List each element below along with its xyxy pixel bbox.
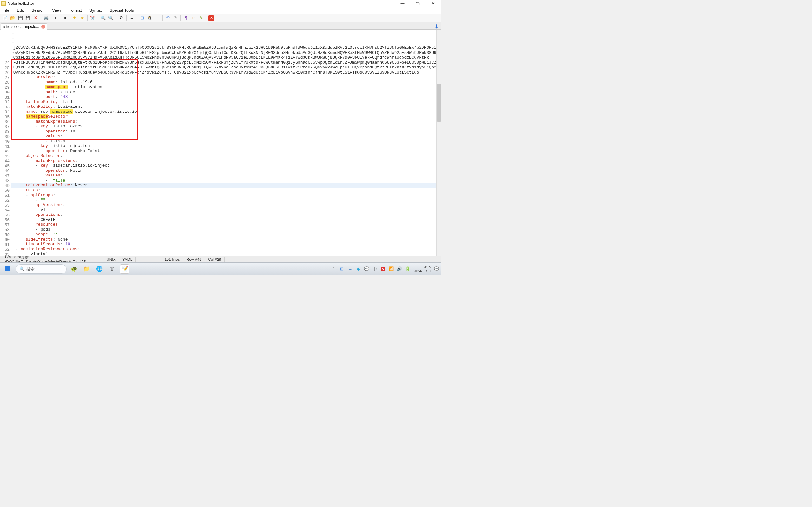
- tab-label: istio-sidecar-injecto...: [3, 24, 39, 29]
- scrollbar-thumb[interactable]: [437, 83, 441, 122]
- tray-battery-icon[interactable]: 🔋: [405, 267, 410, 272]
- open-file-icon[interactable]: 📂: [9, 15, 16, 21]
- taskbar-search[interactable]: 🔍 搜索: [16, 264, 67, 274]
- system-tray: ˄ ⊞ ☁ ◆ 💬 中 S 📶 🔊 🔋 10:18 2024/11/19 💬: [331, 265, 439, 273]
- bookmark-next-icon[interactable]: ★: [79, 15, 85, 21]
- status-bar: C:\Users\黄泰\DOCUME~1\MobaXterm\slash\Rem…: [0, 256, 441, 262]
- status-col: Col #28: [205, 257, 224, 262]
- wrap-icon[interactable]: ↩: [190, 15, 197, 21]
- menu-view[interactable]: View: [52, 8, 61, 13]
- find-replace-icon[interactable]: 🔍: [107, 15, 114, 21]
- tab-close-icon[interactable]: ✕: [41, 25, 45, 29]
- tray-ime-indicator[interactable]: S: [380, 267, 386, 271]
- status-lines: 101 lines: [161, 257, 183, 262]
- window-maximize-button[interactable]: ▢: [413, 1, 422, 6]
- vertical-scrollbar[interactable]: [437, 30, 441, 256]
- tray-clock[interactable]: 10:18 2024/11/19: [413, 265, 431, 273]
- taskbar-explorer-icon[interactable]: 📁: [82, 264, 91, 274]
- taskbar-mobatexteditor-icon[interactable]: 📝: [120, 264, 130, 274]
- menu-bar: File Edit Search View Format Syntax Spec…: [0, 7, 441, 14]
- editor[interactable]: 2425262728293031323334353637383940414243…: [0, 30, 441, 256]
- line-number-gutter: 2425262728293031323334353637383940414243…: [0, 30, 11, 256]
- new-file-icon[interactable]: 📄: [2, 15, 8, 21]
- tab-istio-sidecar[interactable]: istio-sidecar-injecto... ✕: [1, 23, 47, 30]
- window-close-button[interactable]: ✕: [428, 1, 438, 6]
- diff-icon[interactable]: ≡: [129, 15, 135, 21]
- status-eol: UNIX: [103, 257, 119, 262]
- save-icon[interactable]: 💾: [17, 15, 23, 21]
- menu-edit[interactable]: Edit: [17, 8, 24, 13]
- menu-file[interactable]: File: [3, 8, 9, 13]
- tray-chevron-icon[interactable]: ˄: [331, 267, 336, 272]
- mac-icon[interactable]: [154, 15, 160, 21]
- download-icon[interactable]: ⬇: [433, 23, 440, 30]
- outdent-icon[interactable]: ⇤: [53, 15, 60, 21]
- status-row: Row #46: [183, 257, 205, 262]
- taskbar-app-2[interactable]: T: [107, 264, 117, 274]
- tray-volume-icon[interactable]: 🔊: [397, 267, 402, 272]
- tray-app-icon[interactable]: ⊞: [339, 267, 345, 272]
- tray-ime-lang[interactable]: 中: [372, 267, 377, 272]
- windows-logo-icon: [5, 267, 10, 271]
- window-title: MobaTextEditor: [8, 1, 398, 6]
- close-icon[interactable]: ✕: [32, 15, 39, 21]
- redo-icon[interactable]: ↷: [172, 15, 179, 21]
- highlight-icon[interactable]: ✎: [198, 15, 204, 21]
- undo-icon[interactable]: ↶: [165, 15, 171, 21]
- taskbar-edge-icon[interactable]: 🌐: [95, 264, 104, 274]
- linux-icon[interactable]: 🐧: [147, 15, 153, 21]
- indent-icon[interactable]: ⇥: [61, 15, 67, 21]
- tray-antivirus-icon[interactable]: ◆: [356, 267, 361, 272]
- windows-icon[interactable]: ⊞: [139, 15, 145, 21]
- toolbar: 📄 📂 💾 💾 ✕ 🖨️ ⇤ ⇥ ★ ★ ✂️ 🔍 🔍 Ω ≡ ⊞ 🐧 ↶ ↷ …: [0, 14, 441, 22]
- title-bar: MobaTextEditor — ▢ ✕: [0, 0, 441, 7]
- menu-syntax[interactable]: Syntax: [90, 8, 102, 13]
- status-lang: YAML: [119, 257, 136, 262]
- search-icon: 🔍: [19, 267, 24, 271]
- search-placeholder: 搜索: [26, 266, 35, 272]
- window-minimize-button[interactable]: —: [398, 1, 407, 6]
- taskbar-app-1[interactable]: 🐢: [69, 264, 79, 274]
- tab-bar: istio-sidecar-injecto... ✕ ⬇: [0, 22, 441, 30]
- tray-onedrive-icon[interactable]: ☁: [348, 267, 353, 272]
- menu-search[interactable]: Search: [32, 8, 44, 13]
- tray-wifi-icon[interactable]: 📶: [389, 267, 394, 272]
- char-map-icon[interactable]: Ω: [118, 15, 124, 21]
- app-icon: [1, 1, 6, 6]
- menu-special[interactable]: Special Tools: [109, 8, 134, 13]
- exit-icon[interactable]: ✕: [208, 15, 214, 21]
- code-area[interactable]: • jZCaVZuK1hLQVUvM3BuUEZCY1RkMFMzM05xYkR…: [11, 30, 437, 256]
- cut-icon[interactable]: ✂️: [90, 15, 96, 21]
- find-icon[interactable]: 🔍: [100, 15, 106, 21]
- windows-taskbar: 🔍 搜索 🐢 📁 🌐 T 📝 ˄ ⊞ ☁ ◆ 💬 中 S 📶 🔊 🔋 10:18…: [0, 262, 441, 275]
- pilcrow-icon[interactable]: ¶: [183, 15, 189, 21]
- print-icon[interactable]: 🖨️: [43, 15, 49, 21]
- tray-wechat-icon[interactable]: 💬: [364, 267, 369, 272]
- bookmark-icon[interactable]: ★: [71, 15, 78, 21]
- tray-notifications-icon[interactable]: 💬: [434, 267, 439, 272]
- menu-format[interactable]: Format: [69, 8, 82, 13]
- start-button[interactable]: [2, 264, 13, 274]
- save-all-icon[interactable]: 💾: [25, 15, 31, 21]
